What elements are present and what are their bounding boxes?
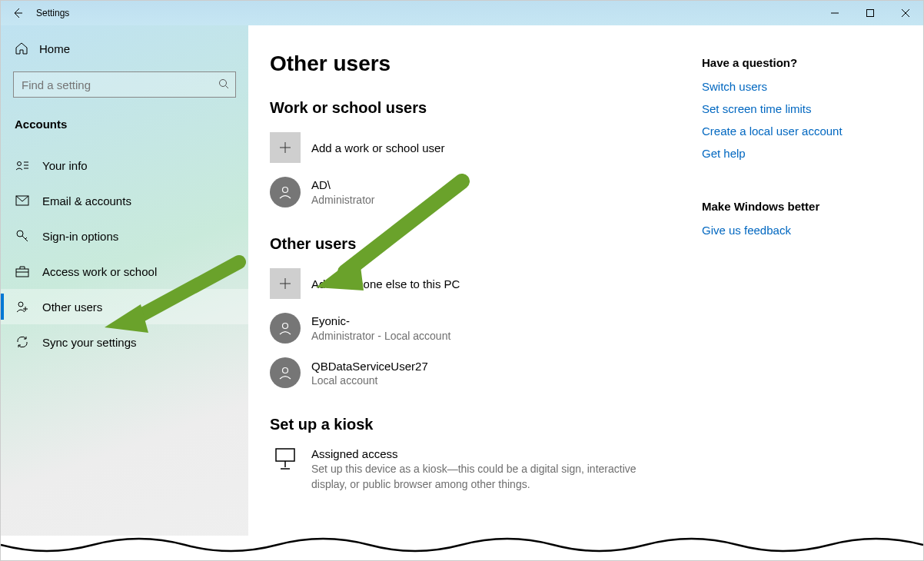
add-someone-else[interactable]: Add someone else to this PC — [270, 267, 679, 300]
svg-point-6 — [18, 302, 23, 307]
sidebar-item-label: Sign-in options — [42, 230, 118, 243]
home-label: Home — [39, 42, 70, 55]
sidebar-item-email-accounts[interactable]: Email & accounts — [1, 183, 248, 218]
section-other-users: Other users Add someone else to this PC … — [270, 235, 679, 390]
user-card-icon — [15, 160, 30, 171]
svg-rect-10 — [276, 449, 294, 461]
content-area: Other users Work or school users Add a w… — [248, 25, 923, 560]
window-title: Settings — [35, 8, 69, 18]
user-role: Administrator - Local account — [311, 330, 450, 342]
better-heading: Make Windows better — [702, 200, 902, 213]
close-icon — [902, 9, 909, 17]
svg-rect-5 — [16, 269, 28, 277]
svg-rect-0 — [867, 10, 874, 17]
minimize-button[interactable] — [817, 1, 853, 25]
sidebar-item-label: Access work or school — [42, 265, 157, 278]
sidebar-item-your-info[interactable]: Your info — [1, 148, 248, 183]
minimize-icon — [831, 9, 839, 17]
user-name: Eyonic- — [311, 314, 450, 328]
other-user-row[interactable]: QBDataServiceUser27 Local account — [270, 356, 679, 390]
kiosk-icon — [270, 447, 301, 470]
svg-point-1 — [220, 79, 227, 86]
sidebar-item-label: Other users — [42, 300, 102, 314]
section-work-school: Work or school users Add a work or schoo… — [270, 99, 679, 209]
section-heading: Work or school users — [270, 99, 679, 117]
kiosk-desc: Set up this device as a kiosk—this could… — [311, 462, 665, 492]
key-icon — [15, 229, 30, 243]
category-title: Accounts — [1, 98, 248, 143]
user-role: Local account — [311, 374, 428, 387]
question-heading: Have a question? — [702, 56, 902, 69]
people-icon — [15, 300, 30, 314]
avatar-icon — [270, 313, 301, 344]
section-kiosk: Set up a kiosk Assigned access Set up th… — [270, 416, 679, 492]
avatar-icon — [270, 357, 301, 388]
mail-icon — [15, 195, 30, 206]
plus-icon — [270, 268, 301, 299]
feedback-link[interactable]: Give us feedback — [702, 224, 902, 237]
maximize-icon — [866, 9, 874, 17]
svg-point-9 — [283, 368, 288, 373]
sidebar: Home Accounts Your info Email & accounts — [1, 25, 248, 560]
sidebar-item-signin-options[interactable]: Sign-in options — [1, 218, 248, 254]
nav-list: Your info Email & accounts Sign-in optio… — [1, 148, 248, 360]
arrow-left-icon — [12, 7, 24, 19]
help-link-get-help[interactable]: Get help — [702, 147, 902, 160]
add-label: Add a work or school user — [311, 141, 444, 154]
help-link-create-local-user[interactable]: Create a local user account — [702, 124, 902, 138]
home-icon — [15, 41, 28, 55]
plus-icon — [270, 132, 301, 163]
settings-window: Settings Home Accounts — [0, 0, 924, 561]
avatar-icon — [270, 177, 301, 207]
titlebar: Settings — [1, 1, 923, 25]
help-link-switch-users[interactable]: Switch users — [702, 80, 902, 93]
search-input[interactable] — [20, 78, 218, 92]
help-link-screen-time[interactable]: Set screen time limits — [702, 102, 902, 115]
right-column: Have a question? Switch users Set screen… — [702, 51, 902, 560]
svg-point-7 — [283, 188, 288, 193]
window-body: Home Accounts Your info Email & accounts — [1, 25, 923, 560]
sidebar-item-label: Email & accounts — [42, 194, 131, 207]
user-name: QBDataServiceUser27 — [311, 360, 428, 373]
svg-point-4 — [17, 231, 23, 237]
assigned-access-row[interactable]: Assigned access Set up this device as a … — [270, 447, 679, 492]
sidebar-item-label: Sync your settings — [42, 336, 137, 349]
main-column: Other users Work or school users Add a w… — [270, 51, 679, 560]
add-work-school-user[interactable]: Add a work or school user — [270, 131, 679, 164]
back-button[interactable] — [1, 1, 35, 25]
sync-icon — [15, 335, 30, 349]
other-user-row[interactable]: Eyonic- Administrator - Local account — [270, 311, 679, 345]
maximize-button[interactable] — [853, 1, 888, 25]
section-heading: Set up a kiosk — [270, 416, 679, 433]
sidebar-item-access-work-school[interactable]: Access work or school — [1, 254, 248, 289]
kiosk-title: Assigned access — [311, 447, 665, 460]
page-title: Other users — [270, 51, 679, 76]
svg-point-2 — [18, 162, 22, 166]
close-button[interactable] — [888, 1, 923, 25]
svg-point-8 — [283, 324, 288, 329]
work-school-user-row[interactable]: AD\ Administrator — [270, 175, 679, 209]
home-nav[interactable]: Home — [1, 32, 248, 65]
user-name: AD\ — [311, 178, 377, 192]
briefcase-icon — [15, 265, 30, 277]
search-icon — [218, 78, 229, 91]
user-role: Administrator — [311, 194, 377, 206]
search-box[interactable] — [13, 71, 236, 98]
sidebar-item-sync-settings[interactable]: Sync your settings — [1, 324, 248, 360]
section-heading: Other users — [270, 235, 679, 253]
add-label: Add someone else to this PC — [311, 277, 460, 290]
sidebar-item-label: Your info — [42, 159, 88, 172]
sidebar-item-other-users[interactable]: Other users — [1, 289, 248, 324]
decorative-bottom-edge — [1, 536, 923, 560]
